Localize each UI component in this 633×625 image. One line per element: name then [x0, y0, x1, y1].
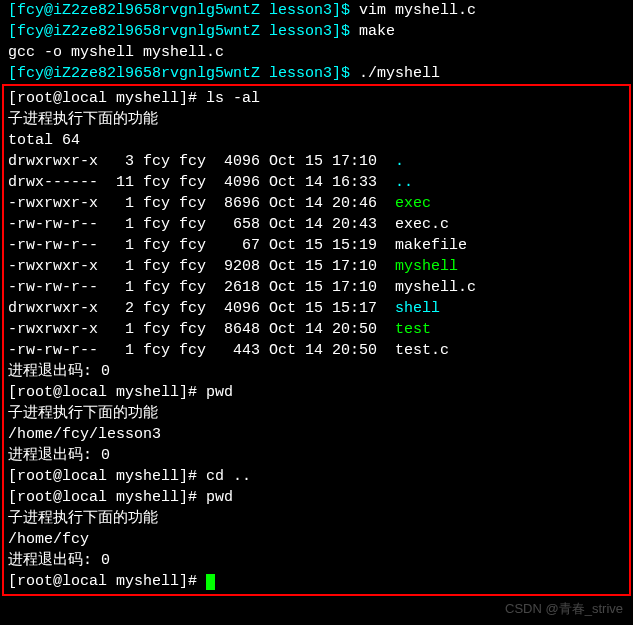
terminal-text: /home/fcy — [8, 531, 89, 548]
terminal-text: gcc -o myshell myshell.c — [8, 44, 224, 61]
terminal-line[interactable]: [root@local myshell]# pwd — [8, 487, 625, 508]
terminal-text: /home/fcy/lesson3 — [8, 426, 161, 443]
terminal-text: test — [395, 321, 431, 338]
terminal-line[interactable]: [fcy@iZ2ze82l9658rvgnlg5wntZ lesson3]$ m… — [8, 21, 625, 42]
cursor-icon — [206, 574, 215, 590]
terminal-text: .. — [395, 174, 413, 191]
terminal-text: shell — [395, 300, 440, 317]
terminal-line[interactable]: 进程退出码: 0 — [8, 445, 625, 466]
terminal-pre-lines: [fcy@iZ2ze82l9658rvgnlg5wntZ lesson3]$ v… — [8, 0, 625, 84]
terminal-line[interactable]: -rwxrwxr-x 1 fcy fcy 8696 Oct 14 20:46 e… — [8, 193, 625, 214]
terminal-text: . — [395, 153, 404, 170]
terminal-line[interactable]: 子进程执行下面的功能 — [8, 403, 625, 424]
terminal-line[interactable]: 进程退出码: 0 — [8, 361, 625, 382]
terminal-text: -rwxrwxr-x 1 fcy fcy 8648 Oct 14 20:50 — [8, 321, 395, 338]
terminal-line[interactable]: /home/fcy/lesson3 — [8, 424, 625, 445]
terminal-line[interactable]: [root@local myshell]# cd .. — [8, 466, 625, 487]
terminal-line[interactable]: drwx------ 11 fcy fcy 4096 Oct 14 16:33 … — [8, 172, 625, 193]
terminal-text: drwxrwxr-x 3 fcy fcy 4096 Oct 15 17:10 — [8, 153, 395, 170]
terminal-line[interactable]: /home/fcy — [8, 529, 625, 550]
terminal-line[interactable]: -rw-rw-r-- 1 fcy fcy 2618 Oct 15 17:10 m… — [8, 277, 625, 298]
terminal-text: [fcy@iZ2ze82l9658rvgnlg5wntZ lesson3]$ — [8, 23, 359, 40]
terminal-text: [root@local myshell]# — [8, 573, 206, 590]
terminal-line[interactable]: drwxrwxr-x 2 fcy fcy 4096 Oct 15 15:17 s… — [8, 298, 625, 319]
terminal-line[interactable]: [fcy@iZ2ze82l9658rvgnlg5wntZ lesson3]$ v… — [8, 0, 625, 21]
terminal-line[interactable]: -rwxrwxr-x 1 fcy fcy 8648 Oct 14 20:50 t… — [8, 319, 625, 340]
terminal-text: 进程退出码: 0 — [8, 552, 110, 569]
terminal-text: make — [359, 23, 395, 40]
terminal-line[interactable]: -rw-rw-r-- 1 fcy fcy 658 Oct 14 20:43 ex… — [8, 214, 625, 235]
terminal-text: -rw-rw-r-- 1 fcy fcy 443 Oct 14 20:50 te… — [8, 342, 449, 359]
terminal-text: -rwxrwxr-x 1 fcy fcy 9208 Oct 15 17:10 — [8, 258, 395, 275]
terminal-text: [fcy@iZ2ze82l9658rvgnlg5wntZ lesson3]$ — [8, 2, 359, 19]
terminal-line[interactable]: -rwxrwxr-x 1 fcy fcy 9208 Oct 15 17:10 m… — [8, 256, 625, 277]
terminal-line[interactable]: [root@local myshell]# ls -al — [8, 88, 625, 109]
terminal-text: -rw-rw-r-- 1 fcy fcy 2618 Oct 15 17:10 m… — [8, 279, 476, 296]
terminal-text: drwxrwxr-x 2 fcy fcy 4096 Oct 15 15:17 — [8, 300, 395, 317]
watermark: CSDN @青春_strive — [505, 598, 623, 619]
terminal-line[interactable]: 子进程执行下面的功能 — [8, 508, 625, 529]
terminal-line[interactable]: total 64 — [8, 130, 625, 151]
terminal-text: [root@local myshell]# pwd — [8, 489, 233, 506]
terminal-text: ./myshell — [359, 65, 440, 82]
terminal-text: -rw-rw-r-- 1 fcy fcy 658 Oct 14 20:43 ex… — [8, 216, 449, 233]
terminal-line[interactable]: [fcy@iZ2ze82l9658rvgnlg5wntZ lesson3]$ .… — [8, 63, 625, 84]
terminal-line[interactable]: [root@local myshell]# pwd — [8, 382, 625, 403]
terminal-line[interactable]: gcc -o myshell myshell.c — [8, 42, 625, 63]
terminal-text: [root@local myshell]# ls -al — [8, 90, 260, 107]
terminal-line[interactable]: drwxrwxr-x 3 fcy fcy 4096 Oct 15 17:10 . — [8, 151, 625, 172]
terminal-text: vim myshell.c — [359, 2, 476, 19]
terminal-line[interactable]: [root@local myshell]# — [8, 571, 625, 592]
terminal-text: 子进程执行下面的功能 — [8, 111, 158, 128]
terminal-text: drwx------ 11 fcy fcy 4096 Oct 14 16:33 — [8, 174, 395, 191]
terminal-line[interactable]: -rw-rw-r-- 1 fcy fcy 67 Oct 15 15:19 mak… — [8, 235, 625, 256]
terminal-text: 进程退出码: 0 — [8, 447, 110, 464]
terminal-text: total 64 — [8, 132, 80, 149]
terminal-text: 进程退出码: 0 — [8, 363, 110, 380]
terminal-highlight-box: [root@local myshell]# ls -al子进程执行下面的功能to… — [2, 84, 631, 596]
terminal-text: [root@local myshell]# pwd — [8, 384, 233, 401]
terminal-text: [root@local myshell]# cd .. — [8, 468, 251, 485]
terminal-text: -rw-rw-r-- 1 fcy fcy 67 Oct 15 15:19 mak… — [8, 237, 467, 254]
terminal-text: myshell — [395, 258, 458, 275]
terminal-line[interactable]: 进程退出码: 0 — [8, 550, 625, 571]
terminal-text: 子进程执行下面的功能 — [8, 510, 158, 527]
terminal-line[interactable]: 子进程执行下面的功能 — [8, 109, 625, 130]
terminal-text: 子进程执行下面的功能 — [8, 405, 158, 422]
terminal-line[interactable]: -rw-rw-r-- 1 fcy fcy 443 Oct 14 20:50 te… — [8, 340, 625, 361]
terminal-text: [fcy@iZ2ze82l9658rvgnlg5wntZ lesson3]$ — [8, 65, 359, 82]
terminal-text: -rwxrwxr-x 1 fcy fcy 8696 Oct 14 20:46 — [8, 195, 395, 212]
terminal-text: exec — [395, 195, 431, 212]
